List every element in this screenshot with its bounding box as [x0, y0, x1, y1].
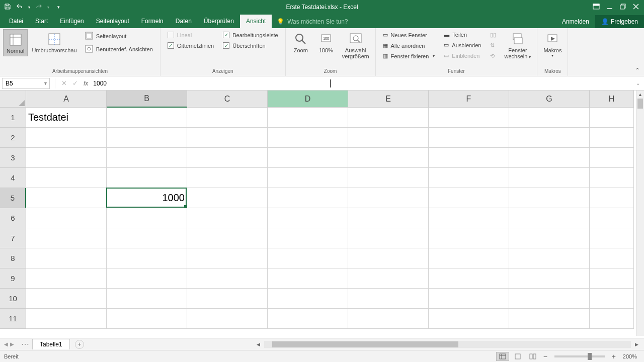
cell-B6[interactable]: [107, 208, 187, 228]
cell-G7[interactable]: [509, 228, 590, 248]
cell-G8[interactable]: [509, 248, 590, 268]
cell-G5[interactable]: [509, 188, 590, 208]
sheet-menu-icon[interactable]: ⋯: [18, 339, 32, 349]
cell-H5[interactable]: [590, 188, 634, 208]
row-header-2[interactable]: 2: [0, 128, 26, 148]
minimize-icon[interactable]: [607, 4, 613, 11]
cell-F8[interactable]: [429, 248, 509, 268]
cell-B5[interactable]: 1000: [107, 188, 187, 208]
cell-E9[interactable]: [348, 268, 429, 289]
cell-F4[interactable]: [429, 168, 509, 188]
cell-C10[interactable]: [187, 289, 268, 309]
cell-D5[interactable]: [268, 188, 348, 208]
fx-icon[interactable]: fx: [84, 80, 88, 87]
cell-E4[interactable]: [348, 168, 429, 188]
pagebreak-view-button[interactable]: Umbruchvorschau: [29, 29, 79, 55]
custom-views-button[interactable]: Benutzerdef. Ansichten: [83, 43, 155, 55]
qat-customize-icon[interactable]: ▾: [57, 5, 60, 10]
name-box-input[interactable]: [3, 80, 41, 87]
vertical-scrollbar[interactable]: ▲: [636, 90, 644, 336]
cell-A3[interactable]: [26, 148, 107, 168]
tab-view[interactable]: Ansicht: [240, 15, 272, 28]
cell-F11[interactable]: [429, 309, 509, 329]
cell-H10[interactable]: [590, 289, 634, 309]
cell-F2[interactable]: [429, 128, 509, 148]
cell-E3[interactable]: [348, 148, 429, 168]
row-header-5[interactable]: 5: [0, 188, 26, 208]
cell-F9[interactable]: [429, 268, 509, 289]
cell-E8[interactable]: [348, 248, 429, 268]
column-header-B[interactable]: B: [107, 90, 187, 108]
cell-C3[interactable]: [187, 148, 268, 168]
enter-formula-icon[interactable]: ✓: [69, 79, 80, 87]
tab-home[interactable]: Start: [29, 15, 54, 28]
cell-H1[interactable]: [590, 108, 634, 128]
cell-C11[interactable]: [187, 309, 268, 329]
select-all-button[interactable]: [0, 90, 26, 108]
column-header-E[interactable]: E: [348, 90, 429, 108]
cell-B11[interactable]: [107, 309, 187, 329]
cell-D4[interactable]: [268, 168, 348, 188]
switch-windows-button[interactable]: Fenster wechseln ▾: [501, 29, 534, 61]
cell-E10[interactable]: [348, 289, 429, 309]
cell-G4[interactable]: [509, 168, 590, 188]
tab-data[interactable]: Daten: [170, 15, 198, 28]
cell-A2[interactable]: [26, 128, 107, 148]
scroll-left-icon[interactable]: ◀: [255, 342, 262, 347]
horizontal-scrollbar[interactable]: ◀ ▶: [255, 341, 640, 348]
pagelayout-view-button[interactable]: Seitenlayout: [83, 30, 155, 42]
expand-formula-bar-icon[interactable]: ⌄: [632, 80, 644, 86]
cell-B10[interactable]: [107, 289, 187, 309]
zoom-out-button[interactable]: −: [541, 352, 549, 360]
scroll-thumb[interactable]: [637, 99, 643, 109]
hscroll-thumb[interactable]: [272, 341, 458, 347]
row-header-8[interactable]: 8: [0, 248, 26, 268]
cell-B2[interactable]: [107, 128, 187, 148]
cell-B3[interactable]: [107, 148, 187, 168]
arrange-all-button[interactable]: ▦Alle anordnen: [381, 41, 437, 50]
cell-G1[interactable]: [509, 108, 590, 128]
cell-H3[interactable]: [590, 148, 634, 168]
cell-A6[interactable]: [26, 208, 107, 228]
cell-D1[interactable]: [268, 108, 348, 128]
zoom-in-button[interactable]: +: [610, 352, 618, 360]
row-header-6[interactable]: 6: [0, 208, 26, 228]
tell-me-search[interactable]: 💡 Was möchten Sie tun?: [272, 15, 353, 28]
cell-A7[interactable]: [26, 228, 107, 248]
cell-G3[interactable]: [509, 148, 590, 168]
row-header-9[interactable]: 9: [0, 268, 26, 289]
redo-icon[interactable]: [35, 3, 42, 12]
tab-review[interactable]: Überprüfen: [198, 15, 240, 28]
zoom-slider-handle[interactable]: [588, 353, 592, 360]
save-icon[interactable]: [4, 3, 11, 12]
cell-H4[interactable]: [590, 168, 634, 188]
cell-C7[interactable]: [187, 228, 268, 248]
cell-F6[interactable]: [429, 208, 509, 228]
new-window-button[interactable]: ▭Neues Fenster: [381, 30, 437, 40]
cell-G10[interactable]: [509, 289, 590, 309]
freeze-panes-button[interactable]: ▥Fenster fixieren▾: [381, 51, 437, 61]
cell-G2[interactable]: [509, 128, 590, 148]
column-header-G[interactable]: G: [509, 90, 590, 108]
zoom-100-button[interactable]: 100 100%: [314, 29, 338, 55]
sheet-tab-1[interactable]: Tabelle1: [32, 339, 70, 349]
tab-file[interactable]: Datei: [3, 15, 29, 28]
formula-input[interactable]: [91, 78, 632, 89]
row-header-4[interactable]: 4: [0, 168, 26, 188]
cell-E7[interactable]: [348, 228, 429, 248]
cell-A5[interactable]: [26, 188, 107, 208]
cell-D8[interactable]: [268, 248, 348, 268]
cell-G6[interactable]: [509, 208, 590, 228]
cell-D11[interactable]: [268, 309, 348, 329]
restore-icon[interactable]: [620, 4, 626, 11]
cell-G11[interactable]: [509, 309, 590, 329]
cell-B1[interactable]: [107, 108, 187, 128]
headings-checkbox[interactable]: ✓ Überschriften: [221, 41, 280, 50]
cell-H11[interactable]: [590, 309, 634, 329]
cell-E5[interactable]: [348, 188, 429, 208]
split-button[interactable]: ▬Teilen: [442, 30, 483, 39]
cell-B8[interactable]: [107, 248, 187, 268]
formulabar-checkbox[interactable]: ✓ Bearbeitungsleiste: [221, 30, 280, 40]
signin-button[interactable]: Anmelden: [556, 15, 595, 28]
row-header-7[interactable]: 7: [0, 228, 26, 248]
